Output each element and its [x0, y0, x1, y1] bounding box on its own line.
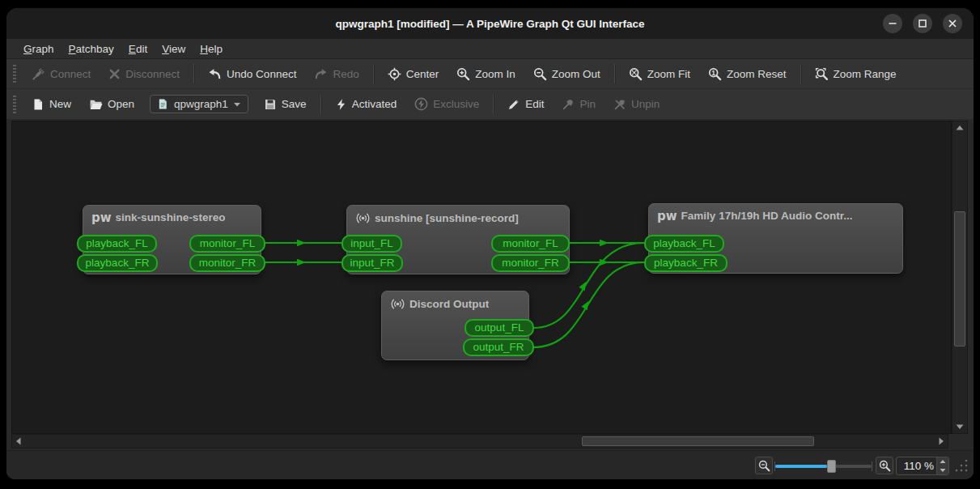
zoom-fit-icon: [629, 67, 643, 81]
graph-port[interactable]: playback_FL: [644, 235, 724, 253]
pin-icon: [562, 98, 575, 111]
statusbar: 110 %: [6, 450, 974, 479]
zoom-range-button[interactable]: Zoom Range: [808, 62, 904, 86]
window-resize-grip[interactable]: [954, 458, 969, 476]
graph-port[interactable]: monitor_FL: [189, 235, 265, 253]
zoom-in-button[interactable]: Zoom In: [449, 62, 523, 86]
patchbay-selector-value: qpwgraph1: [174, 98, 228, 110]
graph-toolbar: Connect Disconnect Undo Connect Redo Cen…: [6, 59, 974, 89]
edit-pencil-icon: [507, 98, 520, 111]
scroll-up-arrow[interactable]: [952, 121, 967, 134]
zoom-out-icon: [758, 460, 770, 472]
exclusive-bolt-circle-icon: [414, 97, 428, 111]
statusbar-zoom-out-button[interactable]: [755, 457, 773, 474]
connect-button[interactable]: Connect: [24, 62, 98, 86]
titlebar[interactable]: qpwgraph1 [modified] — A PipeWire Graph …: [6, 8, 974, 39]
graph-port[interactable]: playback_FL: [77, 235, 157, 253]
zoom-slider[interactable]: [775, 465, 872, 468]
scroll-right-arrow[interactable]: [935, 435, 948, 448]
slider-tick: [872, 461, 872, 471]
maximize-button[interactable]: [913, 14, 932, 33]
center-button[interactable]: Center: [380, 62, 447, 86]
unpin-button[interactable]: Unpin: [606, 93, 667, 116]
pin-button[interactable]: Pin: [554, 93, 603, 116]
graph-port[interactable]: monitor_FL: [491, 235, 570, 253]
graph-port[interactable]: input_FL: [342, 235, 402, 253]
graph-port[interactable]: output_FR: [463, 338, 534, 356]
toolbar-separator: [800, 64, 801, 83]
save-icon: [264, 98, 277, 111]
chevron-down-icon: [233, 100, 241, 108]
app-window: qpwgraph1 [modified] — A PipeWire Graph …: [6, 8, 974, 479]
zoom-slider-fill: [775, 465, 827, 468]
patchbay-selector[interactable]: qpwgraph1: [150, 95, 248, 113]
toolbar-separator: [373, 64, 374, 83]
menu-graph[interactable]: Graph: [16, 40, 62, 57]
spin-up-button[interactable]: [937, 457, 948, 466]
close-icon: [946, 17, 959, 30]
menu-patchbay[interactable]: Patchbay: [62, 40, 121, 57]
graph-port[interactable]: input_FR: [342, 254, 403, 272]
graph-port[interactable]: playback_FR: [644, 254, 728, 272]
menu-view[interactable]: View: [155, 40, 193, 57]
redo-icon: [314, 67, 328, 81]
graph-canvas-frame: pwsink-sunshine-stereo sunshine [sunshin…: [6, 119, 974, 450]
minimize-icon: [886, 17, 899, 30]
graph-canvas[interactable]: pwsink-sunshine-stereo sunshine [sunshin…: [11, 121, 952, 434]
zoom-in-icon: [456, 67, 470, 81]
zoom-slider-handle[interactable]: [827, 460, 836, 473]
save-button[interactable]: Save: [257, 93, 314, 116]
unpin-icon: [613, 98, 626, 111]
edit-button[interactable]: Edit: [500, 93, 551, 116]
graph-port[interactable]: output_FL: [465, 319, 534, 337]
activated-bolt-icon: [335, 98, 347, 111]
zoom-fit-button[interactable]: Zoom Fit: [622, 62, 698, 86]
scroll-left-arrow[interactable]: [12, 435, 25, 448]
zoom-level-value: 110 %: [904, 460, 934, 472]
connection-discord-outputFR-to-family-playbackFR[interactable]: [533, 262, 644, 347]
statusbar-zoom-in-button[interactable]: [876, 457, 893, 474]
open-folder-icon: [89, 97, 103, 111]
new-button[interactable]: New: [24, 93, 78, 116]
new-file-icon: [32, 98, 45, 111]
svg-text:1: 1: [711, 68, 715, 76]
exclusive-button[interactable]: Exclusive: [407, 92, 486, 116]
maximize-icon: [916, 17, 929, 30]
undo-icon: [208, 67, 222, 81]
zoom-range-icon: [815, 67, 829, 81]
connect-icon: [32, 67, 45, 81]
window-title: qpwgraph1 [modified] — A PipeWire Graph …: [335, 18, 644, 30]
toolbar-drag-handle[interactable]: [13, 96, 16, 113]
toolbar-separator: [320, 95, 321, 114]
spin-down-button[interactable]: [937, 466, 948, 475]
zoom-out-icon: [533, 67, 547, 81]
open-button[interactable]: Open: [82, 92, 142, 116]
menu-edit[interactable]: Edit: [121, 40, 155, 57]
close-button[interactable]: [943, 14, 962, 33]
toolbar-drag-handle[interactable]: [13, 65, 16, 83]
minimize-button[interactable]: [883, 14, 902, 33]
disconnect-button[interactable]: Disconnect: [101, 63, 187, 85]
connections-layer: [12, 121, 952, 434]
horizontal-scrollbar[interactable]: [11, 434, 948, 449]
graph-port[interactable]: monitor_FR: [491, 254, 570, 272]
activated-button[interactable]: Activated: [328, 93, 405, 116]
horizontal-scroll-thumb[interactable]: [582, 436, 814, 446]
zoom-reset-icon: 1: [708, 67, 722, 81]
zoom-level-spinbox[interactable]: 110 %: [896, 457, 949, 475]
zoom-out-button[interactable]: Zoom Out: [526, 62, 608, 86]
toolbar-separator: [614, 64, 615, 83]
vertical-scrollbar[interactable]: [952, 121, 968, 434]
undo-connect-button[interactable]: Undo Connect: [201, 62, 303, 86]
file-toolbar: New Open qpwgraph1 Save Activated Exclus…: [6, 89, 974, 119]
redo-button[interactable]: Redo: [307, 62, 366, 86]
menu-help[interactable]: Help: [193, 40, 230, 57]
patchbay-file-icon: [157, 98, 169, 110]
graph-port[interactable]: playback_FR: [77, 254, 158, 272]
graph-port[interactable]: monitor_FR: [189, 254, 265, 272]
toolbar-separator: [193, 64, 194, 83]
zoom-reset-button[interactable]: 1 Zoom Reset: [701, 62, 794, 86]
vertical-scroll-thumb[interactable]: [954, 211, 965, 347]
toolbar-separator: [493, 95, 494, 114]
scroll-down-arrow[interactable]: [952, 420, 967, 433]
